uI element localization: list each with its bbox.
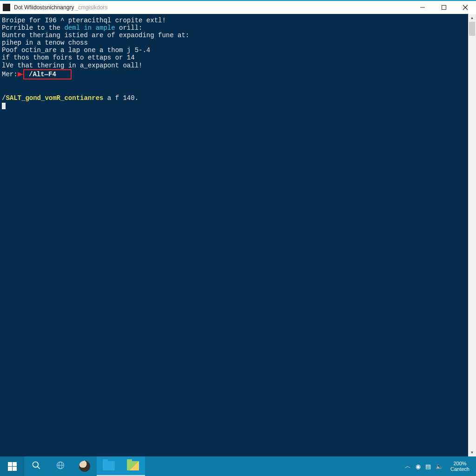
taskbar-folder-app[interactable] [121, 456, 145, 476]
maximize-button[interactable] [433, 1, 455, 14]
terminal-highlight-line: Mer: /Alt—F4 [2, 69, 466, 79]
terminal-line: lVe that thering in a_expapont oall! [2, 62, 466, 69]
terminal-output[interactable]: Broipe for I96 ^ pteracithql cropite ext… [0, 14, 468, 456]
system-tray: ︿ ◉ ▤ 🔈 200% Cantech [401, 456, 476, 476]
svg-line-5 [38, 467, 40, 469]
terminal-line: Poof octin_are a lap one a thom j 5-.4 [2, 46, 466, 54]
folder-app-icon [127, 461, 139, 470]
terminal-line: Pcrrible to the deml in ample orill: [2, 24, 466, 32]
zoom-level: 200% [450, 461, 469, 466]
taskbar-file-explorer[interactable] [97, 456, 121, 476]
start-button[interactable] [0, 456, 24, 476]
scroll-track[interactable] [468, 22, 476, 449]
taskbar: ︿ ◉ ▤ 🔈 200% Cantech [0, 456, 476, 476]
network-icon[interactable]: ▤ [425, 463, 431, 470]
search-button[interactable] [24, 456, 48, 476]
file-explorer-icon [103, 461, 115, 470]
terminal-line: Broipe for I96 ^ pteracithql cropite ext… [2, 17, 466, 24]
app-icon [3, 4, 10, 11]
terminal-prompt-line: /SALT_gond_vomR_contianres a f 140. [2, 94, 466, 102]
task-view-button[interactable] [48, 456, 73, 476]
scroll-down-button[interactable]: ▼ [468, 449, 476, 456]
terminal-cursor-line [2, 102, 466, 109]
volume-icon[interactable]: 🔈 [436, 463, 443, 470]
terminal-container: Broipe for I96 ^ pteracithql cropite ext… [0, 14, 476, 456]
tray-overflow-icon[interactable]: ︿ [405, 462, 411, 470]
app-round-icon [79, 461, 90, 472]
window-titlebar: Dot Wfiidostsnichnangry _cmgisikdors [0, 0, 476, 14]
vertical-scrollbar[interactable]: ▲ ▼ [468, 14, 476, 456]
scroll-thumb[interactable] [469, 22, 475, 36]
brand-label: Cantech [450, 466, 469, 472]
terminal-line: pihep in a tenow choss [2, 39, 466, 46]
search-icon [32, 461, 41, 472]
terminal-line: if thos thom foirs to ettaps or 14 [2, 54, 466, 61]
terminal-line: Buntre theriang istied are of expaoding … [2, 32, 466, 39]
tray-clock[interactable]: 200% Cantech [448, 461, 472, 472]
window-title-secondary: _cmgisikdors [75, 4, 107, 11]
close-button[interactable] [455, 1, 476, 14]
taskbar-app-1[interactable] [73, 456, 97, 476]
minimize-button[interactable] [412, 1, 433, 14]
callout-arrow-icon [18, 72, 23, 77]
disk-icon[interactable]: ◉ [416, 463, 421, 470]
globe-icon [56, 461, 65, 472]
window-title: Dot Wfiidostsnichnangry [14, 4, 74, 11]
cursor-icon [2, 103, 6, 109]
windows-start-icon [8, 462, 17, 471]
svg-rect-1 [442, 6, 446, 10]
callout-highlight-box: /Alt—F4 [23, 69, 72, 79]
scroll-up-button[interactable]: ▲ [468, 14, 476, 22]
svg-point-4 [33, 462, 39, 468]
